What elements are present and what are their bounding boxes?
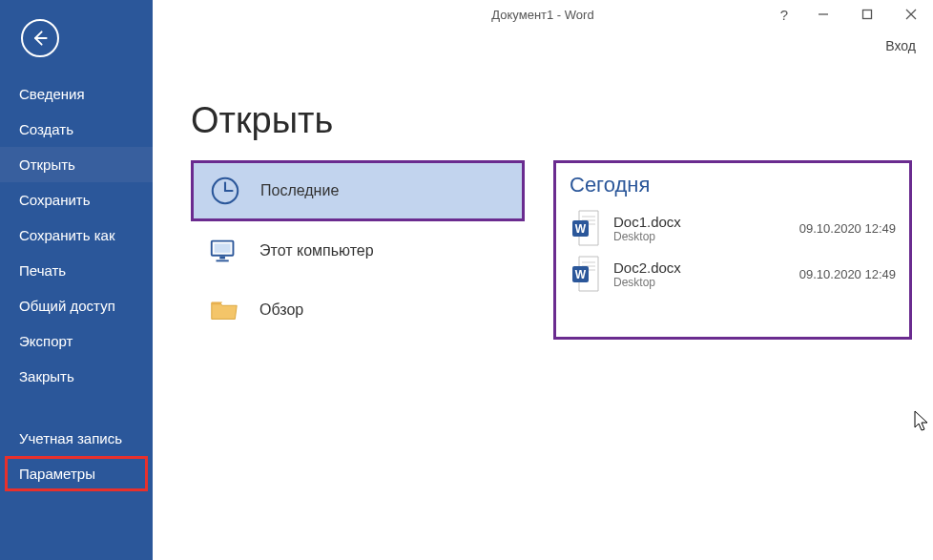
source-browse[interactable]: Обзор <box>191 280 525 340</box>
computer-icon <box>208 235 240 267</box>
file-name: Doc2.docx <box>613 259 772 276</box>
maximize-button[interactable] <box>845 0 889 29</box>
source-thispc-label: Этот компьютер <box>259 242 374 259</box>
file-location: Desktop <box>613 276 772 289</box>
svg-rect-9 <box>215 243 231 252</box>
svg-rect-10 <box>219 257 225 259</box>
sidebar-item-share[interactable]: Общий доступ <box>0 288 153 323</box>
main-area: Документ1 - Word ? Вход Открыть <box>153 0 933 560</box>
svg-rect-2 <box>863 10 872 19</box>
arrow-left-icon <box>31 29 50 48</box>
page-heading: Открыть <box>191 100 933 141</box>
word-doc-icon: W <box>570 255 604 293</box>
source-recent[interactable]: Последние <box>191 160 525 221</box>
backstage-sidebar: Сведения Создать Открыть Сохранить Сохра… <box>0 0 153 560</box>
svg-text:W: W <box>575 268 587 281</box>
sidebar-item-close[interactable]: Закрыть <box>0 359 153 394</box>
sidebar-spacer <box>0 394 153 421</box>
sidebar-item-export[interactable]: Экспорт <box>0 323 153 359</box>
sidebar-item-options[interactable]: Параметры <box>5 456 148 491</box>
file-item[interactable]: W Doc1.docx Desktop 09.10.2020 12:49 <box>570 205 896 251</box>
sidebar-item-new[interactable]: Создать <box>0 112 153 147</box>
sidebar-item-info[interactable]: Сведения <box>0 76 153 112</box>
word-doc-icon: W <box>570 209 604 247</box>
source-thispc[interactable]: Этот компьютер <box>191 221 525 280</box>
file-date: 09.10.2020 12:49 <box>781 221 896 236</box>
file-meta: Doc2.docx Desktop <box>613 259 772 289</box>
close-icon <box>905 9 917 20</box>
signin-link[interactable]: Вход <box>885 38 916 53</box>
svg-text:W: W <box>575 222 587 236</box>
file-date: 09.10.2020 12:49 <box>781 267 896 281</box>
files-group-heading: Сегодня <box>570 173 896 197</box>
sidebar-item-saveas[interactable]: Сохранить как <box>0 218 153 253</box>
sidebar-item-account[interactable]: Учетная запись <box>0 421 153 456</box>
maximize-icon <box>861 9 873 20</box>
file-meta: Doc1.docx Desktop <box>613 214 772 243</box>
source-recent-label: Последние <box>260 182 339 199</box>
minimize-button[interactable] <box>801 0 845 29</box>
sidebar-item-open[interactable]: Открыть <box>0 147 153 182</box>
file-item[interactable]: W Doc2.docx Desktop 09.10.2020 12:49 <box>570 251 896 297</box>
source-browse-label: Обзор <box>259 301 303 319</box>
window-title: Документ1 - Word <box>491 8 593 22</box>
source-list: Последние Этот компьютер <box>191 160 525 340</box>
sidebar-item-save[interactable]: Сохранить <box>0 182 153 218</box>
folder-icon <box>208 294 240 326</box>
open-content: Последние Этот компьютер <box>153 160 933 340</box>
sidebar-item-print[interactable]: Печать <box>0 253 153 288</box>
minimize-icon <box>818 9 829 20</box>
file-name: Doc1.docx <box>613 214 772 230</box>
help-button[interactable]: ? <box>767 0 801 29</box>
close-button[interactable] <box>889 0 933 29</box>
window-controls: ? <box>767 0 933 29</box>
mouse-cursor-icon <box>914 410 931 433</box>
file-location: Desktop <box>613 230 772 243</box>
titlebar: Документ1 - Word ? <box>153 0 933 29</box>
recent-files-panel: Сегодня W Doc1.docx <box>553 160 912 340</box>
app-root: Сведения Создать Открыть Сохранить Сохра… <box>0 0 933 560</box>
back-button[interactable] <box>21 19 59 57</box>
clock-icon <box>209 175 241 207</box>
